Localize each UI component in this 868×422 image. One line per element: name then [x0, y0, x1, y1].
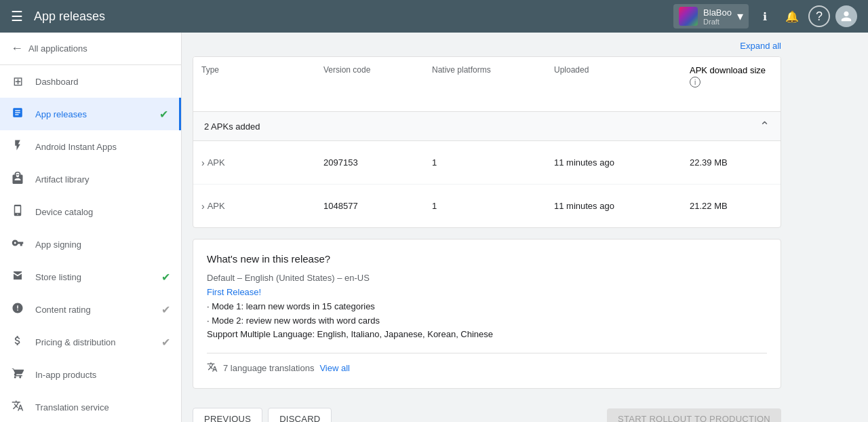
- apk-table-header: Type Version code Native platforms Uploa…: [193, 57, 781, 112]
- sidebar-item-app-signing[interactable]: App signing: [0, 228, 181, 261]
- artifact-icon: [11, 172, 24, 187]
- apk-size-cell: 22.39 MB: [682, 152, 781, 173]
- sidebar-item-artifact-library[interactable]: Artifact library: [0, 163, 181, 195]
- action-bar: PREVIOUS DISCARD START ROLLOUT TO PRODUC…: [193, 402, 781, 422]
- translations-row: 7 language translations View all: [207, 353, 767, 375]
- avatar[interactable]: [835, 5, 857, 27]
- app-name: BlaBoo: [703, 7, 732, 18]
- apk-type-cell: › APK: [193, 152, 315, 174]
- release-language: Default – English (United States) – en-U…: [207, 273, 767, 283]
- dashboard-icon: ⊞: [11, 74, 24, 89]
- sidebar-item-label: Artifact library: [35, 174, 170, 185]
- sidebar-item-in-app-products[interactable]: In-app products: [0, 358, 181, 391]
- previous-button[interactable]: PREVIOUS: [193, 408, 262, 422]
- apk-type-label: APK: [208, 201, 225, 211]
- whats-new-card: What's new in this release? Default – En…: [193, 239, 781, 389]
- sidebar-item-label: Translation service: [35, 402, 170, 413]
- table-row: › APK 2097153 1 11 minutes ago 22.39 MB …: [193, 141, 781, 185]
- col-version-header: Version code: [315, 62, 424, 106]
- native-platforms-cell: 1: [424, 195, 546, 216]
- apk-group-row[interactable]: 2 APKs added ⌃: [193, 112, 781, 141]
- table-row: › APK 1048577 1 11 minutes ago 21.22 MB …: [193, 185, 781, 227]
- back-label: All applications: [28, 43, 87, 54]
- release-line-1: · Mode 1: learn new words in 15 categori…: [207, 301, 375, 311]
- in-app-products-icon: [11, 367, 24, 383]
- sidebar-item-label: Android Instant Apps: [35, 142, 170, 152]
- back-button[interactable]: ← All applications: [0, 33, 181, 65]
- check-gray-icon: ✔: [161, 303, 170, 316]
- info-icon[interactable]: i: [690, 77, 701, 88]
- collapse-icon[interactable]: ⌃: [760, 119, 770, 134]
- sidebar-item-label: Content rating: [35, 305, 151, 315]
- sidebar: ← All applications ⊞ Dashboard App relea…: [0, 33, 182, 422]
- sidebar-item-label: Store listing: [35, 272, 151, 282]
- version-code-cell: 1048577: [315, 195, 424, 216]
- app-signing-icon: [11, 237, 24, 252]
- pricing-icon: [11, 334, 24, 350]
- sidebar-item-label: Device catalog: [35, 207, 170, 217]
- sidebar-item-translation-service[interactable]: Translation service: [0, 391, 181, 422]
- page-title: App releases: [34, 9, 663, 24]
- menu-icon[interactable]: ☰: [11, 8, 23, 24]
- sidebar-item-label: App releases: [35, 109, 149, 119]
- col-apk-size-header: APK download size i: [682, 62, 781, 106]
- apk-size-label: APK download size: [690, 65, 781, 75]
- sidebar-item-label: Dashboard: [35, 77, 170, 87]
- info-button[interactable]: ℹ: [754, 5, 776, 27]
- col-native-header: Native platforms: [424, 62, 546, 106]
- app-selector[interactable]: BlaBoo Draft ▾: [673, 4, 749, 28]
- sidebar-item-dashboard[interactable]: ⊞ Dashboard: [0, 65, 181, 98]
- apk-type-label: APK: [208, 157, 225, 168]
- row-chevron-icon[interactable]: ›: [201, 201, 205, 212]
- apk-group-label: 2 APKs added: [204, 121, 260, 132]
- release-line-2: · Mode 2: review new words with word car…: [207, 315, 380, 326]
- col-uploaded-header: Uploaded: [546, 62, 682, 106]
- row-chevron-icon[interactable]: ›: [201, 157, 205, 168]
- sidebar-item-pricing-distribution[interactable]: Pricing & distribution ✔: [0, 326, 181, 358]
- back-arrow-icon: ←: [11, 41, 23, 56]
- app-status: Draft: [703, 18, 732, 26]
- check-green-icon: ✔: [159, 108, 168, 121]
- version-code-cell: 2097153: [315, 152, 424, 173]
- top-bar-right: BlaBoo Draft ▾ ℹ 🔔 ?: [673, 4, 857, 28]
- translations-count: 7 language translations: [223, 363, 314, 373]
- sidebar-item-android-instant[interactable]: Android Instant Apps: [0, 130, 181, 163]
- start-rollout-button: START ROLLOUT TO PRODUCTION: [607, 408, 781, 422]
- translate-icon: [207, 362, 218, 375]
- store-listing-icon: [11, 269, 24, 285]
- discard-button[interactable]: DISCARD: [268, 408, 332, 422]
- native-platforms-cell: 1: [424, 152, 546, 173]
- expand-all-link[interactable]: Expand all: [740, 41, 781, 51]
- notification-button[interactable]: 🔔: [781, 5, 803, 27]
- apk-type-cell: › APK: [193, 195, 315, 217]
- sidebar-item-device-catalog[interactable]: Device catalog: [0, 195, 181, 228]
- view-all-link[interactable]: View all: [319, 363, 350, 373]
- content-rating-icon: [11, 302, 24, 318]
- layout: ← All applications ⊞ Dashboard App relea…: [0, 33, 868, 422]
- sidebar-item-app-releases[interactable]: App releases ✔: [0, 98, 181, 130]
- chevron-down-icon: ▾: [737, 9, 743, 24]
- action-bar-left: PREVIOUS DISCARD: [193, 408, 332, 422]
- uploaded-cell: 11 minutes ago: [546, 195, 682, 216]
- app-icon: [679, 7, 698, 26]
- sidebar-item-content-rating[interactable]: Content rating ✔: [0, 293, 181, 326]
- col-type-header: Type: [193, 62, 315, 106]
- apk-size-cell: 21.22 MB: [682, 195, 781, 216]
- release-text: First Release! · Mode 1: learn new words…: [207, 286, 767, 342]
- app-info: BlaBoo Draft: [703, 7, 732, 26]
- check-green-icon: ✔: [161, 271, 170, 284]
- top-bar: ☰ App releases BlaBoo Draft ▾ ℹ 🔔 ?: [0, 0, 868, 33]
- main-content: Expand all Type Version code Native plat…: [182, 33, 868, 422]
- first-release-label: First Release!: [207, 287, 261, 297]
- app-releases-icon: [11, 107, 24, 122]
- apk-table: Type Version code Native platforms Uploa…: [193, 56, 781, 228]
- release-line-3: Support Multiple Language: English, Ital…: [207, 329, 493, 339]
- sidebar-item-label: Pricing & distribution: [35, 337, 151, 347]
- sidebar-item-label: App signing: [35, 239, 170, 250]
- help-button[interactable]: ?: [808, 5, 830, 27]
- translation-icon: [11, 400, 24, 415]
- check-gray-icon: ✔: [161, 336, 170, 349]
- sidebar-item-label: In-app products: [35, 370, 170, 380]
- sidebar-item-store-listing[interactable]: Store listing ✔: [0, 261, 181, 293]
- android-instant-icon: [11, 139, 24, 155]
